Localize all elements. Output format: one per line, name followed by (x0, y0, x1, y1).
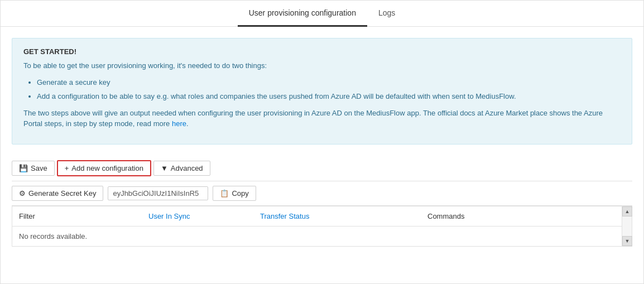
bullet-2: Add a configuration to be able to say e.… (37, 91, 621, 102)
info-box: GET STARTED! To be able to get the user … (12, 38, 632, 145)
table-container: Filter User In Sync Transfer Status Comm… (12, 206, 632, 247)
tab-bar: User provisioning configuration Logs (1, 1, 643, 27)
table-body: No records available. (12, 227, 622, 246)
advanced-label: Advanced (171, 164, 203, 172)
save-label: Save (31, 164, 47, 172)
column-transfer-status: Transfer Status (253, 206, 421, 226)
tab-logs[interactable]: Logs (367, 1, 406, 27)
copy-icon: 📋 (220, 189, 229, 198)
save-icon: 💾 (19, 164, 28, 172)
save-button[interactable]: 💾 Save (12, 161, 55, 176)
table-header: Filter User In Sync Transfer Status Comm… (12, 206, 622, 227)
info-footer-text: The two steps above will give an output … (23, 109, 603, 128)
add-new-label: Add new configuration (71, 164, 143, 172)
toolbar: 💾 Save + Add new configuration ▼ Advance… (12, 156, 632, 181)
scroll-up-button[interactable]: ▲ (622, 206, 632, 216)
column-filter: Filter (12, 206, 142, 226)
secret-key-input[interactable] (108, 186, 208, 200)
generate-key-label: Generate Secret Key (28, 189, 96, 198)
info-footer: The two steps above will give an output … (23, 108, 621, 129)
gear-icon: ⚙ (19, 189, 26, 198)
main-content: GET STARTED! To be able to get the user … (1, 27, 643, 283)
scrollbar: ▲ ▼ (622, 206, 632, 246)
info-intro: To be able to get the user provisioning … (23, 60, 621, 71)
info-bullets: Generate a secure key Add a configuratio… (23, 77, 621, 102)
triangle-icon: ▼ (161, 164, 168, 172)
plus-icon: + (65, 164, 69, 172)
scrollbar-area: Filter User In Sync Transfer Status Comm… (12, 206, 632, 246)
add-new-configuration-button[interactable]: + Add new configuration (57, 160, 151, 176)
advanced-button[interactable]: ▼ Advanced (153, 161, 210, 176)
no-records-message: No records available. (19, 232, 87, 240)
table-content: Filter User In Sync Transfer Status Comm… (12, 206, 622, 246)
copy-button[interactable]: 📋 Copy (213, 186, 256, 201)
scroll-down-button[interactable]: ▼ (622, 236, 632, 246)
copy-label: Copy (232, 189, 248, 198)
scrollbar-track[interactable] (622, 216, 632, 236)
here-link[interactable]: here (172, 119, 186, 128)
column-commands: Commands (421, 206, 611, 226)
bullet-1: Generate a secure key (37, 77, 621, 88)
page-container: User provisioning configuration Logs GET… (0, 0, 644, 284)
info-footer-end: . (186, 119, 189, 128)
column-user-in-sync: User In Sync (142, 206, 253, 226)
tab-provisioning[interactable]: User provisioning configuration (238, 1, 367, 27)
get-started-label: GET STARTED! (23, 47, 621, 56)
generate-secret-key-button[interactable]: ⚙ Generate Secret Key (12, 186, 103, 201)
secret-key-row: ⚙ Generate Secret Key 📋 Copy (12, 181, 632, 206)
